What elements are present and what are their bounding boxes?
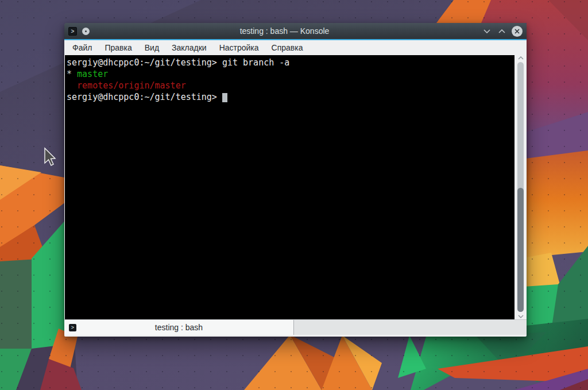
pin-on-all-desktops-icon[interactable]	[82, 28, 90, 35]
tab-label: testing : bash	[155, 323, 203, 332]
konsole-app-icon: >	[68, 27, 77, 36]
close-button[interactable]	[512, 26, 523, 37]
maximize-button[interactable]	[494, 25, 509, 37]
window-titlebar[interactable]: > testing : bash — Konsole	[64, 23, 527, 39]
mouse-cursor	[44, 147, 56, 167]
menu-item[interactable]: Правка	[98, 43, 138, 52]
menu-item[interactable]: Справка	[265, 43, 310, 52]
terminal-area: sergiy@dhcppc0:~/git/testing> git branch…	[64, 55, 527, 319]
terminal-tab-icon: >	[69, 324, 76, 331]
terminal-line: sergiy@dhcppc0:~/git/testing> git branch…	[67, 57, 514, 68]
terminal-line: * master	[67, 68, 514, 80]
chevron-up-icon	[518, 56, 524, 60]
window-bottom-edge	[64, 335, 527, 337]
menu-item[interactable]: Закладки	[165, 43, 213, 52]
menu-item[interactable]: Настройка	[213, 43, 265, 52]
chevron-up-icon	[498, 29, 505, 33]
window-title: testing : bash — Konsole	[90, 26, 479, 36]
tab-testing-bash[interactable]: > testing : bash	[64, 320, 294, 335]
desktop: > testing : bash — Konsole ФайлПравкаВид…	[0, 0, 588, 390]
konsole-window: > testing : bash — Konsole ФайлПравкаВид…	[64, 23, 527, 337]
terminal-line: remotes/origin/master	[67, 80, 514, 91]
terminal-line: sergiy@dhcppc0:~/git/testing>	[67, 91, 514, 103]
menu-item[interactable]: Файл	[66, 43, 98, 52]
terminal-output[interactable]: sergiy@dhcppc0:~/git/testing> git branch…	[65, 55, 514, 319]
scrollbar-up-arrow[interactable]	[514, 56, 527, 60]
close-icon	[514, 29, 520, 34]
minimize-button[interactable]	[479, 25, 494, 37]
tab-bar: > testing : bash	[64, 319, 527, 335]
scrollbar-thumb[interactable]	[517, 188, 524, 312]
terminal-cursor	[222, 93, 227, 102]
chevron-down-icon	[518, 315, 524, 318]
menu-item[interactable]: Вид	[138, 43, 165, 52]
terminal-scrollbar[interactable]	[514, 55, 527, 319]
scrollbar-down-arrow[interactable]	[514, 315, 527, 318]
menu-bar: ФайлПравкаВидЗакладкиНастройкаСправка	[64, 40, 527, 55]
chevron-down-icon	[483, 29, 490, 33]
